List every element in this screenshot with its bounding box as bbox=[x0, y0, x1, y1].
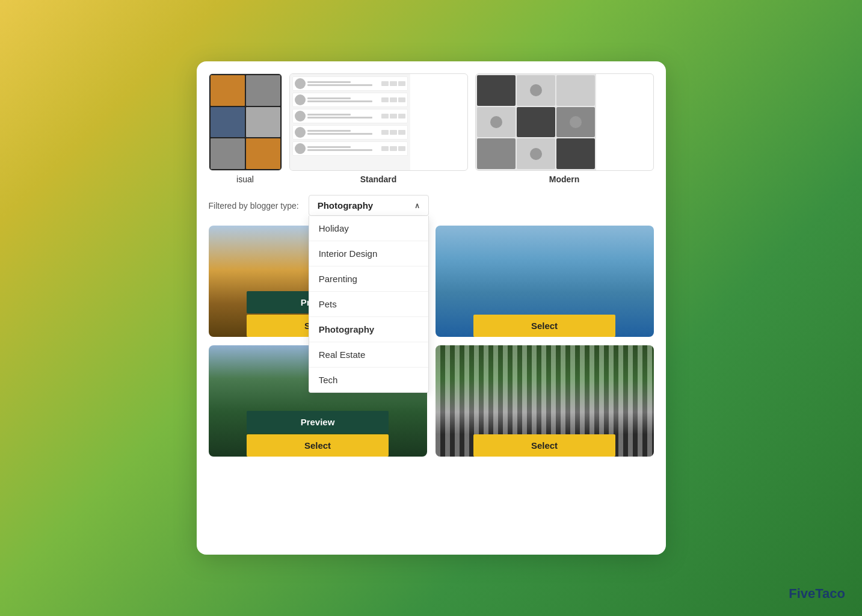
dropdown-item-holiday[interactable]: Holiday bbox=[309, 216, 428, 241]
select-button-2[interactable]: Select bbox=[473, 315, 615, 337]
template-standard-grid bbox=[290, 74, 410, 170]
std-box bbox=[390, 146, 397, 151]
select-button-4[interactable]: Select bbox=[473, 434, 615, 457]
theme-card-4: Select bbox=[436, 345, 654, 457]
brand-five: Five bbox=[789, 586, 815, 601]
std-boxes bbox=[381, 81, 405, 86]
modern-cell bbox=[517, 75, 555, 106]
template-visual-label: isual bbox=[236, 174, 254, 184]
std-box bbox=[398, 114, 405, 119]
std-lines bbox=[307, 146, 380, 151]
std-box bbox=[381, 130, 389, 135]
std-line bbox=[307, 84, 372, 86]
std-box bbox=[381, 97, 389, 102]
std-avatar bbox=[295, 111, 306, 122]
std-line bbox=[307, 133, 372, 135]
std-lines bbox=[307, 97, 380, 102]
themes-grid: Preview Select Select Preview Select Sel… bbox=[209, 226, 654, 457]
mini-face bbox=[490, 116, 502, 128]
grid-cell bbox=[211, 75, 245, 106]
dropdown-item-pets[interactable]: Pets bbox=[309, 292, 428, 317]
std-line bbox=[307, 146, 351, 148]
grid-cell bbox=[246, 75, 280, 106]
std-boxes bbox=[381, 114, 405, 119]
std-box bbox=[390, 130, 397, 135]
modern-cell bbox=[477, 107, 516, 138]
chevron-up-icon: ∧ bbox=[414, 202, 420, 210]
dropdown-item-parenting[interactable]: Parenting bbox=[309, 266, 428, 292]
std-box bbox=[390, 114, 397, 119]
template-modern-grid bbox=[476, 74, 596, 170]
template-standard-label: Standard bbox=[360, 174, 397, 184]
fivetaco-branding: FiveTaco bbox=[789, 586, 845, 602]
theme-card-overlay-3: Preview Select bbox=[209, 411, 427, 457]
std-row bbox=[292, 109, 408, 123]
std-box bbox=[390, 97, 397, 102]
modern-cell bbox=[477, 138, 516, 169]
theme-card-overlay-2: Select bbox=[436, 315, 654, 337]
dropdown-item-tech[interactable]: Tech bbox=[309, 368, 428, 392]
std-boxes bbox=[381, 146, 405, 151]
grid-cell bbox=[211, 138, 245, 169]
template-modern-preview[interactable] bbox=[475, 73, 654, 171]
theme-card-overlay-4: Select bbox=[436, 434, 654, 457]
theme-card-2: Select bbox=[436, 226, 654, 337]
template-standard-preview[interactable] bbox=[289, 73, 468, 171]
modern-cell bbox=[477, 75, 516, 106]
mini-face bbox=[570, 116, 582, 128]
std-row bbox=[292, 76, 408, 91]
std-avatar bbox=[295, 78, 306, 89]
dropdown-item-photography[interactable]: Photography bbox=[309, 317, 428, 342]
std-box bbox=[398, 97, 405, 102]
template-visual-preview[interactable] bbox=[209, 73, 282, 171]
dropdown-selected[interactable]: Photography ∧ bbox=[309, 195, 429, 216]
filter-label: Filtered by blogger type: bbox=[209, 201, 299, 211]
modern-cell bbox=[556, 138, 595, 169]
templates-row: isual bbox=[209, 73, 654, 184]
modern-cell bbox=[556, 107, 595, 138]
filter-row: Filtered by blogger type: Photography ∧ … bbox=[209, 195, 654, 216]
std-boxes bbox=[381, 97, 405, 102]
template-visual-item[interactable]: isual bbox=[209, 73, 282, 184]
grid-cell bbox=[211, 107, 245, 138]
std-avatar bbox=[295, 143, 306, 154]
std-lines bbox=[307, 130, 380, 135]
dropdown-item-real-estate[interactable]: Real Estate bbox=[309, 342, 428, 368]
blogger-type-dropdown[interactable]: Photography ∧ Holiday Interior Design Pa… bbox=[309, 195, 429, 216]
std-box bbox=[381, 81, 389, 86]
std-lines bbox=[307, 81, 380, 86]
std-row bbox=[292, 125, 408, 140]
std-line bbox=[307, 114, 351, 116]
std-box bbox=[390, 81, 397, 86]
dropdown-list[interactable]: Holiday Interior Design Parenting Pets P… bbox=[309, 216, 429, 393]
std-row bbox=[292, 141, 408, 156]
template-modern-item[interactable]: Modern bbox=[475, 73, 654, 184]
std-box bbox=[398, 130, 405, 135]
dropdown-item-interior-design[interactable]: Interior Design bbox=[309, 241, 428, 266]
template-modern-label: Modern bbox=[549, 174, 580, 184]
modern-cell bbox=[517, 138, 555, 169]
std-line bbox=[307, 81, 351, 83]
modern-cell bbox=[517, 107, 555, 138]
grid-cell bbox=[246, 107, 280, 138]
grid-cell bbox=[246, 138, 280, 169]
main-card: isual bbox=[197, 61, 666, 555]
std-line bbox=[307, 149, 372, 151]
std-line bbox=[307, 97, 351, 99]
std-box bbox=[398, 146, 405, 151]
dropdown-selected-value: Photography bbox=[318, 200, 374, 211]
preview-button-3[interactable]: Preview bbox=[247, 411, 389, 433]
select-button-3[interactable]: Select bbox=[247, 434, 389, 457]
std-line bbox=[307, 100, 372, 102]
template-visual-grid bbox=[209, 74, 282, 170]
std-boxes bbox=[381, 130, 405, 135]
mini-face bbox=[530, 84, 542, 96]
std-line bbox=[307, 130, 351, 132]
std-box bbox=[381, 146, 389, 151]
std-row bbox=[292, 93, 408, 107]
std-avatar bbox=[295, 127, 306, 138]
modern-cell bbox=[556, 75, 595, 106]
std-lines bbox=[307, 114, 380, 119]
std-box bbox=[381, 114, 389, 119]
template-standard-item[interactable]: Standard bbox=[289, 73, 468, 184]
